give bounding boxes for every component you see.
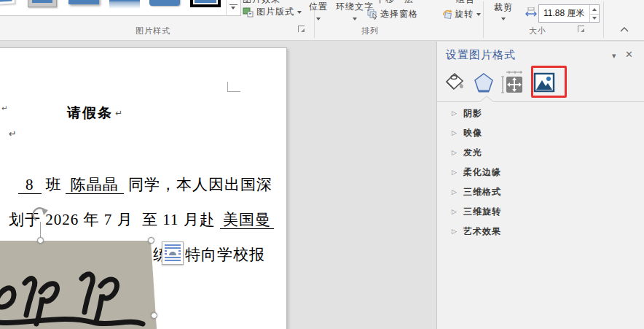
picture-style-thumbnail[interactable] (149, 0, 180, 6)
wrap-text-dropdown-icon (353, 18, 357, 20)
selection-handle-right[interactable] (151, 312, 157, 319)
section-3d-format[interactable]: ▷ 三维格式 (437, 185, 644, 202)
selection-handle-top-right[interactable] (148, 237, 154, 244)
section-label: 发光 (463, 147, 482, 159)
pane-title: 设置图片格式 (446, 48, 516, 62)
section-reflection[interactable]: ▷ 映像 (437, 125, 644, 143)
section-shadow[interactable]: ▷ 阴影 (437, 106, 644, 123)
rotate-icon (441, 9, 452, 20)
tab-layout-properties[interactable] (500, 69, 525, 96)
picture-style-thumbnail[interactable] (68, 0, 99, 4)
expand-icon: ▷ (452, 149, 457, 156)
size-dialog-launcher[interactable] (578, 26, 584, 32)
picture-style-thumbnail[interactable] (28, 0, 57, 7)
expand-icon: ▷ (452, 129, 457, 136)
group-button-partial[interactable]: 组合 (456, 0, 485, 4)
send-backward-button-partial[interactable]: 下移一层 (376, 0, 427, 4)
section-label: 阴影 (463, 107, 482, 120)
group-divider (483, 1, 484, 38)
group-divider (603, 1, 604, 38)
tab-fill-line[interactable] (443, 69, 468, 96)
picture-styles-dialog-launcher[interactable] (298, 26, 305, 32)
pane-options-button[interactable]: ▾ (612, 51, 616, 61)
thumbnail-picture (0, 0, 12, 1)
shape-width-value: 11.88 厘米 (543, 7, 584, 20)
rotate-button[interactable]: 旋转 (441, 8, 481, 20)
annotation-highlight-box (531, 66, 567, 98)
position-button[interactable]: 位置 (309, 1, 328, 20)
picture-style-thumbnail[interactable] (190, 0, 221, 7)
collapse-ribbon-button[interactable] (620, 27, 629, 32)
gallery-more-arrow-icon (231, 7, 235, 9)
crop-dropdown-icon (501, 18, 506, 20)
thumbnail-picture (32, 0, 52, 3)
selection-handle-top[interactable] (37, 237, 44, 244)
word-application-window: 图片效果 图片版式 图片样式 位置 环绕文字 下移一层 组合 (0, 0, 644, 329)
crop-button[interactable]: 裁剪 (494, 1, 513, 20)
width-spin-down[interactable] (590, 14, 599, 23)
active-tab-caret (479, 96, 494, 102)
pane-tab-separator (437, 101, 644, 102)
section-soft-edges[interactable]: ▷ 柔化边缘 (437, 165, 644, 182)
thumbnail-picture (193, 0, 218, 4)
picture-styles-group-label: 图片样式 (136, 26, 170, 36)
paint-bucket-icon (444, 71, 466, 93)
rotate-label: 旋转 (455, 8, 474, 20)
picture-layout-label: 图片版式 (256, 6, 294, 18)
arrange-group-label: 排列 (361, 26, 379, 36)
document-title[interactable]: 请假条 (67, 104, 113, 123)
signature-strokes (0, 241, 160, 329)
pentagon-effects-icon (473, 71, 495, 93)
rotate-handle[interactable] (31, 206, 50, 223)
width-icon (525, 7, 537, 18)
picture-layout-dropdown-icon (297, 11, 302, 14)
layout-options-icon (164, 244, 181, 263)
gallery-more-bar (229, 4, 237, 5)
selection-pane-label: 选择窗格 (380, 8, 418, 20)
expand-icon: ▷ (452, 169, 457, 176)
shape-width-input[interactable]: 11.88 厘米 (538, 4, 600, 23)
gallery-more-button[interactable] (227, 4, 239, 9)
tab-effects-active[interactable] (471, 69, 496, 96)
section-label: 艺术效果 (463, 225, 501, 238)
layout-properties-icon (500, 71, 524, 94)
rotate-handle-stem (40, 222, 41, 238)
expand-icon: ▷ (452, 109, 457, 117)
paragraph-mark: ↵ (9, 128, 17, 139)
section-label: 三维旋转 (463, 206, 501, 218)
picture-layout-icon (243, 7, 254, 18)
ribbon-format-tab: 图片效果 图片版式 图片样式 位置 环绕文字 下移一层 组合 (0, 0, 644, 41)
section-glow[interactable]: ▷ 发光 (437, 145, 644, 163)
pane-close-button[interactable]: ✕ (625, 49, 633, 60)
paragraph-mark: ↵ (1, 104, 7, 112)
gallery-scroll-divider (226, 0, 227, 16)
section-artistic-effects[interactable]: ▷ 艺术效果 (437, 224, 644, 241)
signature-picture[interactable] (0, 241, 160, 329)
section-3d-rotation[interactable]: ▷ 三维旋转 (437, 204, 644, 222)
section-label: 三维格式 (463, 186, 501, 198)
width-spin-buttons (589, 5, 599, 22)
section-label: 映像 (463, 127, 482, 139)
crop-label: 裁剪 (494, 1, 513, 14)
selection-pane-button[interactable]: 选择窗格 (367, 8, 418, 20)
format-picture-pane: 设置图片格式 ▾ ✕ (436, 42, 644, 329)
expand-icon: ▷ (452, 188, 457, 196)
position-label: 位置 (309, 1, 328, 13)
section-label: 柔化边缘 (463, 166, 501, 179)
expand-icon: ▷ (452, 208, 457, 215)
picture-layout-button[interactable]: 图片版式 (243, 6, 302, 18)
paragraph-mark: ↵ (115, 108, 122, 118)
expand-icon: ▷ (452, 228, 457, 235)
margin-corner-mark (227, 82, 240, 92)
position-dropdown-icon (316, 18, 321, 20)
selection-pane-icon (367, 9, 378, 20)
layout-options-button[interactable] (162, 241, 184, 265)
rotate-dropdown-icon (476, 13, 481, 16)
picture-effects-button-partial[interactable]: 图片效果 (243, 0, 297, 4)
width-spin-up[interactable] (590, 5, 599, 14)
size-group-label: 大小 (529, 26, 546, 36)
thumbnail-reflection (109, 1, 140, 9)
